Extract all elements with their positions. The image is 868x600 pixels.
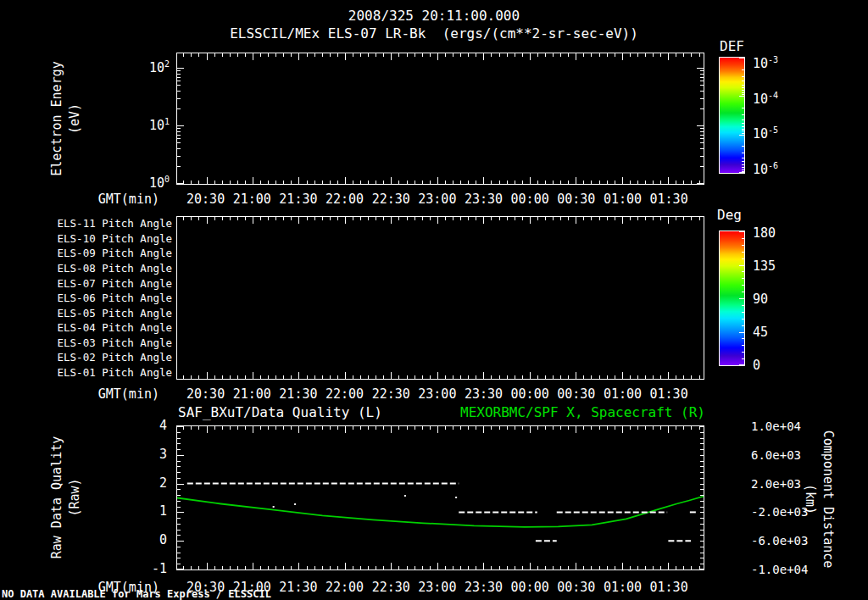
energy-tick-exponent: 2	[164, 59, 170, 69]
def-cbar-tick-label: 10-5	[753, 125, 778, 142]
gmt-label-middle: GMT(min)	[85, 386, 159, 402]
def-colorbar	[719, 57, 745, 174]
pitch-row-label: ELS-01 Pitch Angle	[19, 366, 172, 379]
distance-tick-label: 6.0e+03	[751, 448, 801, 462]
deg-colorbar-ticks	[720, 231, 744, 365]
distance-tick-label: -2.0e+03	[751, 505, 808, 519]
time-axis-labels-middle: 20:3021:0021:3022:0022:3023:0023:3000:00…	[176, 386, 704, 400]
def-cbar-tick-label-exponent: -5	[768, 125, 778, 135]
energy-axis-label-line2: (eV)	[66, 61, 84, 175]
pitch-row-label: ELS-03 Pitch Angle	[19, 336, 172, 349]
distance-tick-label: 2.0e+03	[751, 477, 801, 491]
energy-spectrogram-panel	[176, 53, 704, 185]
time-tick-label: 00:30	[557, 192, 595, 207]
quality-axis-label-line1: Raw Data Quality	[48, 436, 66, 559]
bottom-title-right: MEXORBMC/SPF X, Spacecraft (R)	[460, 404, 705, 420]
def-cbar-tick-label-exponent: -4	[768, 91, 778, 100]
quality-tick-label: 3	[125, 447, 167, 462]
pitch-panel-ticks	[177, 217, 704, 379]
time-tick-label: 01:30	[650, 192, 688, 207]
time-axis-labels-top: 20:3021:0021:3022:0022:3023:0023:3000:00…	[176, 192, 704, 205]
deg-cbar-tick-label: 180	[753, 225, 776, 241]
energy-tick-exponent: 1	[164, 117, 170, 126]
def-cbar-tick-label-exponent: -3	[768, 55, 778, 64]
pitch-row-label: ELS-05 Pitch Angle	[19, 307, 172, 319]
distance-tick-label: 1.0e+04	[751, 419, 801, 433]
deg-colorbar-title: Deg	[717, 207, 742, 223]
pitch-row-label: ELS-07 Pitch Angle	[19, 277, 172, 290]
time-tick-label: 22:00	[326, 192, 364, 207]
quality-tick-label: 0	[125, 532, 167, 547]
data-quality-dot	[294, 503, 296, 505]
pitch-row-label: ELS-11 Pitch Angle	[19, 217, 172, 230]
quality-axis-label-line2: (Raw)	[66, 436, 84, 559]
time-tick-label: 00:30	[557, 580, 595, 595]
gmt-label-top: GMT(min)	[85, 192, 159, 207]
quality-distance-plot	[177, 426, 704, 569]
def-cbar-tick-label: 10-3	[753, 55, 778, 71]
time-tick-label: 22:00	[326, 386, 364, 402]
bottom-title-left: SAF_BXuT/Data Quality (L)	[178, 404, 382, 420]
no-data-status-message: NO DATA AVAILABLE for Mars Express / ELS…	[2, 588, 271, 600]
time-tick-label: 22:30	[372, 580, 410, 595]
quality-axis-label: Raw Data Quality (Raw)	[48, 436, 84, 559]
time-tick-label: 21:00	[233, 386, 271, 402]
time-tick-label: 21:00	[233, 192, 271, 207]
quality-tick-label: 4	[125, 418, 167, 433]
distance-tick-label: -6.0e+03	[751, 534, 808, 547]
energy-axis-label: Electron Energy (eV)	[48, 61, 84, 175]
time-tick-label: 21:30	[279, 580, 317, 595]
time-tick-label: 23:00	[418, 580, 456, 595]
time-tick-label: 22:30	[372, 386, 410, 402]
data-quality-dot	[455, 497, 457, 498]
time-tick-label: 23:00	[418, 386, 456, 402]
data-quality-dot	[404, 495, 406, 497]
time-tick-label: 00:00	[511, 192, 549, 207]
deg-cbar-tick-label: 90	[753, 292, 768, 307]
pitch-row-label: ELS-09 Pitch Angle	[19, 247, 172, 259]
def-colorbar-title: DEF	[720, 38, 744, 54]
deg-cbar-tick-label: 135	[753, 258, 776, 274]
time-tick-label: 23:30	[465, 386, 503, 402]
time-tick-label: 01:00	[604, 386, 642, 402]
deg-colorbar	[719, 231, 745, 366]
quality-tick-label: 2	[125, 475, 167, 491]
energy-tick-label: 101	[119, 117, 170, 133]
deg-cbar-tick-label: 45	[753, 325, 768, 340]
time-tick-label: 22:00	[326, 580, 364, 595]
distance-tick-label: -1.0e+04	[751, 563, 808, 576]
quality-distance-panel	[176, 425, 704, 570]
time-tick-label: 21:30	[279, 192, 317, 207]
page-title: 2008/325 20:11:00.000	[0, 8, 868, 24]
distance-axis-label-line1: Component Distance	[819, 431, 837, 569]
energy-tick-exponent: 0	[164, 175, 170, 184]
def-colorbar-ticks	[720, 58, 744, 173]
time-tick-label: 22:30	[372, 192, 410, 207]
energy-axis-label-line1: Electron Energy	[48, 61, 66, 175]
time-tick-label: 00:30	[557, 386, 595, 402]
time-tick-label: 00:00	[511, 386, 549, 402]
energy-tick-label: 102	[119, 59, 170, 75]
pitch-row-label: ELS-08 Pitch Angle	[19, 262, 172, 275]
quality-tick-label: -1	[125, 561, 167, 576]
pitch-angle-panel	[176, 216, 704, 380]
time-tick-label: 21:30	[279, 386, 317, 402]
time-tick-label: 23:00	[418, 192, 456, 207]
time-tick-label: 20:30	[186, 386, 225, 402]
def-cbar-tick-label-exponent: -6	[768, 161, 778, 170]
time-tick-label: 00:00	[511, 580, 549, 595]
pitch-row-label: ELS-04 Pitch Angle	[19, 321, 172, 334]
pitch-row-label: ELS-02 Pitch Angle	[19, 351, 172, 364]
deg-cbar-tick-label: 0	[753, 358, 760, 373]
time-tick-label: 23:30	[465, 580, 503, 595]
quality-tick-label: 1	[125, 503, 167, 519]
time-tick-label: 01:30	[650, 386, 688, 402]
pitch-row-label: ELS-06 Pitch Angle	[19, 292, 172, 304]
time-tick-label: 20:30	[186, 192, 225, 207]
time-tick-label: 01:00	[604, 580, 642, 595]
time-tick-label: 23:30	[465, 192, 503, 207]
time-tick-label: 01:30	[650, 580, 688, 595]
pitch-row-label: ELS-10 Pitch Angle	[19, 232, 172, 245]
time-tick-label: 01:00	[604, 192, 642, 207]
def-cbar-tick-label: 10-4	[753, 91, 778, 107]
